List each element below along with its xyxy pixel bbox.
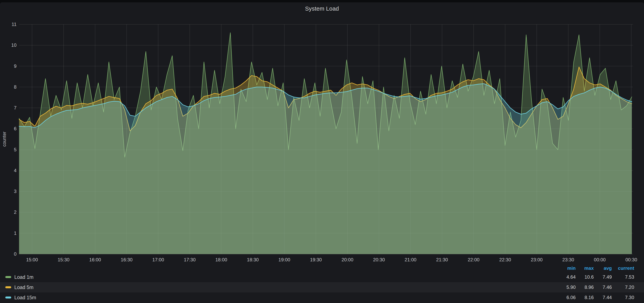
x-tick-label-21:00: 21:00 (405, 257, 416, 262)
y-tick-label-6: 6 (14, 126, 16, 131)
series-label-load-15m[interactable]: Load 15m (14, 295, 36, 300)
y-tick-label-3: 3 (14, 189, 16, 194)
y-tick-label-2: 2 (14, 210, 16, 215)
stat-avg-load-15m: 7.44 (594, 295, 612, 300)
y-tick-label-11: 11 (12, 22, 16, 27)
legend-row-load-15m[interactable]: Load 15m 6.06 8.16 7.44 7.30 (0, 292, 644, 302)
y-tick-label-7: 7 (14, 105, 16, 110)
legend-header-min[interactable]: min (558, 266, 576, 271)
legend-header-row: min max avg current (0, 264, 644, 272)
stat-current-load-15m: 7.30 (612, 295, 634, 300)
legend-row-load-5m[interactable]: Load 5m 5.90 8.96 7.46 7.20 (0, 282, 644, 292)
stat-max-load-5m: 8.96 (576, 284, 594, 290)
x-tick-label-18:30: 18:30 (247, 257, 259, 262)
y-tick-label-1: 1 (14, 230, 16, 236)
x-tick-label-16:30: 16:30 (121, 257, 132, 262)
x-tick-label-17:00: 17:00 (152, 257, 164, 262)
series-label-load-1m[interactable]: Load 1m (14, 274, 34, 280)
stat-avg-load-5m: 7.46 (594, 284, 612, 290)
x-tick-label-15:00: 15:00 (26, 257, 38, 262)
x-tick-label-19:00: 19:00 (278, 257, 290, 262)
x-tick-label-18:00: 18:00 (215, 257, 227, 262)
x-tick-label-23:30: 23:30 (562, 257, 574, 262)
time-series-chart[interactable]: 0123456789101115:0015:3016:0016:3017:001… (0, 2, 644, 267)
y-tick-label-4: 4 (14, 168, 16, 173)
stat-avg-load-1m: 7.49 (594, 274, 612, 280)
series-swatch-load-5m (5, 286, 11, 288)
y-tick-label-10: 10 (11, 42, 16, 48)
y-tick-label-8: 8 (14, 84, 16, 90)
x-tick-label-23:00: 23:00 (531, 257, 543, 262)
x-tick-label-19:30: 19:30 (310, 257, 322, 262)
x-tick-label-21:30: 21:30 (436, 257, 448, 262)
series-label-load-5m[interactable]: Load 5m (14, 284, 34, 290)
stat-current-load-5m: 7.20 (612, 284, 634, 290)
legend-row-load-1m[interactable]: Load 1m 4.64 10.6 7.49 7.53 (0, 272, 644, 282)
series-area-load-15m (19, 84, 632, 254)
legend-header-max[interactable]: max (576, 266, 594, 271)
stat-max-load-1m: 10.6 (576, 274, 594, 280)
x-tick-label-15:30: 15:30 (58, 257, 70, 262)
legend-table: min max avg current Load 1m 4.64 10.6 7.… (0, 264, 644, 302)
graph-panel: System Load 0123456789101115:0015:3016:0… (0, 2, 644, 303)
x-tick-label-00:30: 00:30 (625, 257, 637, 262)
stat-max-load-15m: 8.16 (576, 295, 594, 300)
x-tick-label-17:30: 17:30 (184, 257, 196, 262)
y-tick-label-9: 9 (14, 64, 16, 69)
x-tick-label-22:00: 22:00 (468, 257, 480, 262)
stat-current-load-1m: 7.53 (612, 274, 634, 280)
legend-header-current[interactable]: current (612, 266, 634, 271)
y-tick-label-5: 5 (14, 147, 16, 152)
x-tick-label-20:00: 20:00 (342, 257, 353, 262)
y-tick-label-0: 0 (14, 251, 16, 257)
stat-min-load-15m: 6.06 (558, 295, 576, 300)
x-tick-label-22:30: 22:30 (499, 257, 511, 262)
series-swatch-load-15m (5, 296, 11, 298)
stat-min-load-5m: 5.90 (558, 284, 576, 290)
series-load-15m (19, 84, 632, 254)
x-tick-label-16:00: 16:00 (89, 257, 101, 262)
x-tick-label-00:00: 00:00 (594, 257, 606, 262)
legend-header-avg[interactable]: avg (594, 266, 612, 271)
stat-min-load-1m: 4.64 (558, 274, 576, 280)
x-tick-label-20:30: 20:30 (373, 257, 385, 262)
series-swatch-load-1m (5, 276, 11, 278)
y-axis-label: counter (2, 132, 7, 146)
